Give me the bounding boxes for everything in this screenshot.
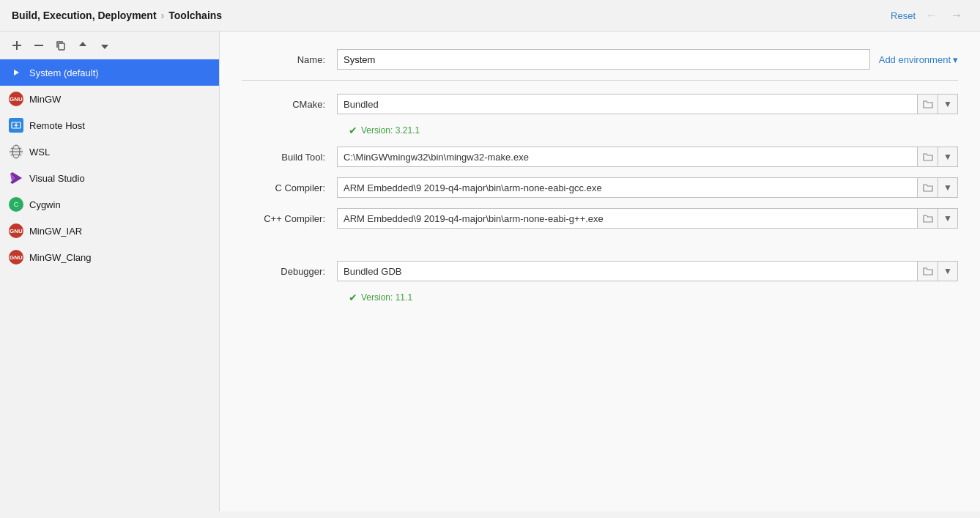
content-area: Name: Add environment ▾ CMake: ▼ — [220, 32, 980, 511]
sidebar-item-mingw-clang-label: MinGW_Clang — [29, 252, 92, 263]
build-tool-dropdown-button[interactable]: ▼ — [938, 147, 958, 167]
sidebar-item-remote-host[interactable]: Remote Host — [0, 112, 219, 138]
cmake-row: CMake: ▼ — [242, 94, 958, 114]
reset-button[interactable]: Reset — [891, 10, 916, 21]
sidebar-item-wsl-label: WSL — [29, 147, 50, 158]
c-compiler-label: C Compiler: — [242, 182, 337, 193]
sidebar-item-cygwin[interactable]: C Cygwin — [0, 191, 219, 218]
debugger-dropdown-button[interactable]: ▼ — [938, 261, 958, 281]
cpp-compiler-input[interactable] — [337, 208, 917, 229]
cmake-version-text: Version: 3.21.1 — [361, 125, 420, 136]
header: Build, Execution, Deployment › Toolchain… — [0, 0, 980, 32]
divider-1 — [242, 80, 958, 81]
cpp-compiler-field-group: ▼ — [337, 208, 958, 229]
cpp-compiler-folder-button[interactable] — [917, 208, 938, 229]
move-down-button[interactable] — [95, 37, 114, 53]
cygwin-icon: C — [9, 197, 23, 212]
sidebar-list: System (default) GNU MinGW — [0, 59, 219, 511]
sidebar-item-visual-studio[interactable]: Visual Studio — [0, 165, 219, 191]
c-compiler-dropdown-button[interactable]: ▼ — [938, 177, 958, 198]
name-input[interactable] — [337, 49, 870, 70]
name-label: Name: — [242, 54, 337, 65]
sidebar-toolbar — [0, 32, 219, 59]
sidebar-item-visual-studio-label: Visual Studio — [29, 173, 85, 184]
debugger-row: Debugger: ▼ — [242, 261, 958, 281]
breadcrumb-separator: › — [161, 10, 165, 21]
add-env-chevron-icon: ▾ — [953, 54, 958, 65]
sidebar-item-mingw-label: MinGW — [29, 94, 61, 105]
cmake-label: CMake: — [242, 99, 337, 110]
debugger-input[interactable] — [337, 261, 917, 281]
wsl-icon — [9, 144, 23, 159]
sidebar-item-wsl[interactable]: WSL — [0, 138, 219, 165]
breadcrumb-part2: Toolchains — [168, 10, 222, 21]
sidebar-item-system-default[interactable]: System (default) — [0, 59, 219, 86]
c-compiler-field-group: ▼ — [337, 177, 958, 198]
sidebar-item-system-default-label: System (default) — [29, 67, 99, 78]
sidebar-item-mingw-iar[interactable]: GNU MinGW_IAR — [0, 218, 219, 244]
system-default-icon — [9, 65, 23, 80]
sidebar-item-cygwin-label: Cygwin — [29, 199, 61, 210]
name-row: Name: Add environment ▾ — [242, 49, 958, 70]
debugger-folder-button[interactable] — [917, 261, 938, 281]
copy-button[interactable] — [51, 37, 70, 53]
breadcrumb-part1: Build, Execution, Deployment — [12, 10, 157, 21]
mingw-clang-icon: GNU — [9, 250, 23, 264]
spacer — [242, 239, 958, 261]
svg-marker-1 — [14, 70, 19, 75]
build-tool-label: Build Tool: — [242, 152, 337, 163]
cmake-folder-button[interactable] — [917, 94, 938, 114]
debugger-field-group: ▼ — [337, 261, 958, 281]
debugger-version-check-icon: ✔ — [349, 292, 357, 303]
main-layout: System (default) GNU MinGW — [0, 32, 980, 511]
debugger-version-text: Version: 11.1 — [361, 292, 412, 303]
header-actions: Reset ← → — [891, 7, 965, 23]
c-compiler-folder-button[interactable] — [917, 177, 938, 198]
debugger-label: Debugger: — [242, 266, 337, 277]
mingw-iar-icon: GNU — [9, 223, 23, 238]
cpp-compiler-dropdown-button[interactable]: ▼ — [938, 208, 958, 229]
cmake-version-row: ✔ Version: 3.21.1 — [242, 125, 958, 136]
cmake-dropdown-button[interactable]: ▼ — [938, 94, 958, 114]
mingw-icon: GNU — [9, 92, 23, 106]
sidebar-item-remote-host-label: Remote Host — [29, 120, 85, 131]
sidebar: System (default) GNU MinGW — [0, 32, 220, 511]
nav-forward-button[interactable]: → — [948, 7, 965, 23]
svg-rect-0 — [59, 43, 64, 50]
move-up-button[interactable] — [73, 37, 92, 53]
add-button[interactable] — [7, 37, 26, 53]
cpp-compiler-row: C++ Compiler: ▼ — [242, 208, 958, 229]
cmake-version-check-icon: ✔ — [349, 125, 357, 136]
sidebar-item-mingw-clang[interactable]: GNU MinGW_Clang — [0, 244, 219, 270]
sidebar-item-mingw[interactable]: GNU MinGW — [0, 86, 219, 112]
cmake-field-group: ▼ — [337, 94, 958, 114]
build-tool-row: Build Tool: ▼ — [242, 147, 958, 167]
cmake-input[interactable] — [337, 94, 917, 114]
cpp-compiler-label: C++ Compiler: — [242, 213, 337, 224]
breadcrumb: Build, Execution, Deployment › Toolchain… — [12, 10, 222, 21]
name-input-wrap: Add environment ▾ — [337, 49, 958, 70]
c-compiler-input[interactable] — [337, 177, 917, 198]
build-tool-folder-button[interactable] — [917, 147, 938, 167]
add-environment-button[interactable]: Add environment ▾ — [879, 54, 958, 65]
remove-button[interactable] — [29, 37, 48, 53]
visual-studio-icon — [9, 171, 23, 185]
build-tool-field-group: ▼ — [337, 147, 958, 167]
nav-back-button[interactable]: ← — [923, 7, 940, 23]
debugger-version-row: ✔ Version: 11.1 — [242, 292, 958, 303]
remote-host-icon — [9, 118, 23, 133]
build-tool-input[interactable] — [337, 147, 917, 167]
sidebar-item-mingw-iar-label: MinGW_IAR — [29, 226, 82, 237]
c-compiler-row: C Compiler: ▼ — [242, 177, 958, 198]
